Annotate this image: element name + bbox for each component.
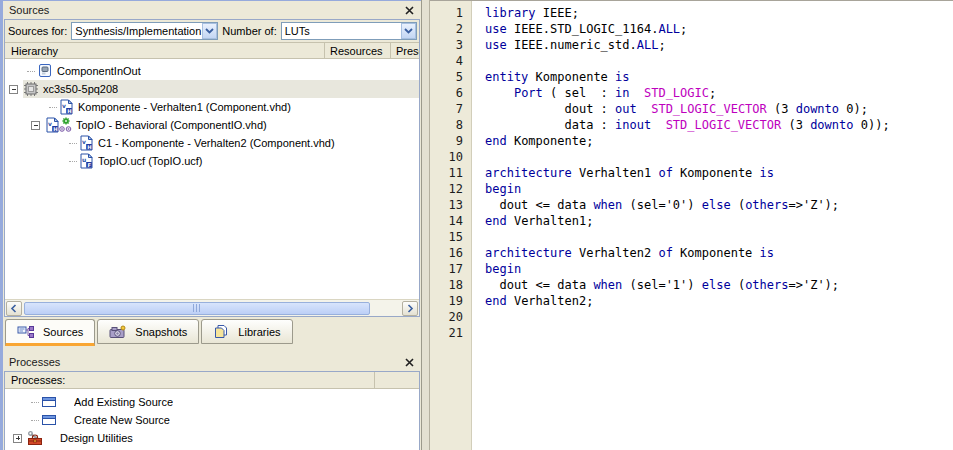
process-item-label: Create New Source: [74, 414, 170, 426]
process-item-label: Design Utilities: [60, 432, 133, 444]
scroll-right-icon[interactable]: [402, 301, 418, 316]
number-of-value: LUTs: [282, 25, 401, 37]
line-number: 14: [430, 213, 471, 229]
horizontal-scrollbar[interactable]: [5, 299, 419, 316]
line-number: 8: [430, 117, 471, 133]
sources-for-combobox[interactable]: Synthesis/Implementation: [71, 22, 218, 40]
line-number: 20: [430, 309, 471, 325]
processes-header: Processes:: [5, 372, 419, 389]
row-content: vHC1 - Komponente - Verhalten2 (Componen…: [79, 134, 419, 152]
process-item-design-utilities[interactable]: Design Utilities: [5, 429, 419, 447]
code-line: [485, 149, 953, 165]
tree-item-label: Komponente - Verhalten1 (Component.vhd): [78, 101, 291, 113]
process-item-add-existing-source[interactable]: Add Existing Source: [5, 393, 419, 411]
dock-divider: [3, 346, 421, 353]
processes-header-label: Processes:: [5, 374, 374, 386]
tab-label: Libraries: [238, 326, 280, 338]
tab-snapshots[interactable]: Snapshots: [97, 319, 199, 344]
vhdl-code-editor: 123456789101112131415161718192021 librar…: [430, 0, 953, 450]
tree-item-label: TopIO.ucf (TopIO.ucf): [98, 155, 203, 167]
code-line: use IEEE.numeric_std.ALL;: [485, 37, 953, 53]
tree-item-label: ComponentInOut: [57, 65, 141, 77]
tab-libraries[interactable]: Libraries: [201, 319, 292, 344]
line-number: 1: [430, 5, 471, 21]
line-number: 10: [430, 149, 471, 165]
code-editor[interactable]: library IEEE;use IEEE.STD_LOGIC_1164.ALL…: [472, 1, 953, 450]
code-line: [485, 53, 953, 69]
collapse-icon[interactable]: [31, 121, 40, 130]
sources-for-value: Synthesis/Implementation: [72, 25, 202, 37]
line-number: 5: [430, 69, 471, 85]
tree-item-label: C1 - Komponente - Verhalten2 (Component.…: [98, 137, 335, 149]
chevron-down-icon[interactable]: [401, 23, 416, 39]
pane-splitter[interactable]: [421, 0, 430, 450]
code-line: architecture Verhalten2 of Komponente is: [485, 245, 953, 261]
tree-connector: [31, 402, 39, 403]
chevron-down-icon[interactable]: [202, 23, 217, 39]
close-icon[interactable]: [404, 357, 415, 368]
tree-connector: [27, 71, 35, 72]
line-number: 4: [430, 53, 471, 69]
line-number: 19: [430, 293, 471, 309]
code-line: end Verhalten2;: [485, 293, 953, 309]
svg-text:u: u: [82, 156, 86, 163]
tree-item-xc3s50-5pq208[interactable]: xc3s50-5pq208: [5, 80, 419, 98]
svg-text:v: v: [48, 120, 52, 127]
line-number: 12: [430, 181, 471, 197]
vhd-file-gear-icon: vH: [45, 117, 72, 133]
code-line: dout <= data when (sel='0') else (others…: [485, 197, 953, 213]
line-number: 6: [430, 85, 471, 101]
code-line: end Komponente;: [485, 133, 953, 149]
tree-item-label: TopIO - Behavioral (ComponentIO.vhd): [76, 119, 267, 131]
line-number: 2: [430, 21, 471, 37]
scrollbar-thumb[interactable]: [24, 302, 370, 315]
svg-text:H: H: [53, 126, 57, 132]
sources-panel-title: Sources: [9, 4, 49, 16]
code-line: data : inout STD_LOGIC_VECTOR (3 downto …: [485, 117, 953, 133]
tree-item-c1-komponente-verhalten2-component-vhd[interactable]: vHC1 - Komponente - Verhalten2 (Componen…: [5, 134, 419, 152]
sources-for-label: Sources for:: [7, 25, 68, 37]
expand-icon[interactable]: [13, 434, 22, 443]
component-icon: [37, 63, 53, 79]
process-item-label: Add Existing Source: [74, 396, 173, 408]
code-line: begin: [485, 261, 953, 277]
line-number: 21: [430, 325, 471, 341]
tree-connector: [31, 420, 39, 421]
code-line: library IEEE;: [485, 5, 953, 21]
tree-item-topio-behavioral-componentio-vhd[interactable]: vHTopIO - Behavioral (ComponentIO.vhd): [5, 116, 419, 134]
vhd-file-icon: vH: [59, 99, 74, 115]
code-line: entity Komponente is: [485, 69, 953, 85]
code-line: [485, 325, 953, 341]
processes-panel-title: Processes: [9, 356, 60, 368]
tree-item-componentinout[interactable]: ComponentInOut: [5, 62, 419, 80]
tab-label: Snapshots: [135, 326, 187, 338]
selected-row-highlight: xc3s50-5pq208: [23, 80, 419, 98]
processes-header-column: [374, 372, 419, 388]
scroll-left-icon[interactable]: [6, 301, 22, 316]
process-item-create-new-source[interactable]: Create New Source: [5, 411, 419, 429]
column-header-preserve[interactable]: Prese: [390, 43, 419, 58]
tree-item-label: xc3s50-5pq208: [43, 83, 118, 95]
ise-workspace: Sources Sources for: Synthesis/Implement…: [0, 0, 953, 450]
collapse-icon[interactable]: [9, 85, 18, 94]
tab-sources[interactable]: Sources: [5, 319, 95, 346]
left-dock: Sources Sources for: Synthesis/Implement…: [0, 0, 421, 450]
window-icon: [41, 413, 57, 427]
number-of-combobox[interactable]: LUTs: [281, 22, 417, 40]
row-content: vHKomponente - Verhalten1 (Component.vhd…: [59, 98, 419, 116]
svg-text:H: H: [67, 108, 71, 114]
line-number: 11: [430, 165, 471, 181]
close-icon[interactable]: [404, 5, 415, 16]
line-number: 9: [430, 133, 471, 149]
svg-text:F: F: [88, 162, 92, 168]
tree-item-komponente-verhalten1-component-vhd[interactable]: vHKomponente - Verhalten1 (Component.vhd…: [5, 98, 419, 116]
code-line: end Verhalten1;: [485, 213, 953, 229]
column-header-resources[interactable]: Resources: [324, 43, 390, 58]
code-line: use IEEE.STD_LOGIC_1164.ALL;: [485, 21, 953, 37]
ucf-file-icon: uF: [79, 153, 94, 169]
toolbox-icon: [27, 431, 43, 446]
tree-item-topio-ucf-topio-ucf[interactable]: uFTopIO.ucf (TopIO.ucf): [5, 152, 419, 170]
line-number: 7: [430, 101, 471, 117]
column-header-hierarchy[interactable]: Hierarchy: [5, 45, 324, 57]
row-content: uFTopIO.ucf (TopIO.ucf): [79, 152, 419, 170]
